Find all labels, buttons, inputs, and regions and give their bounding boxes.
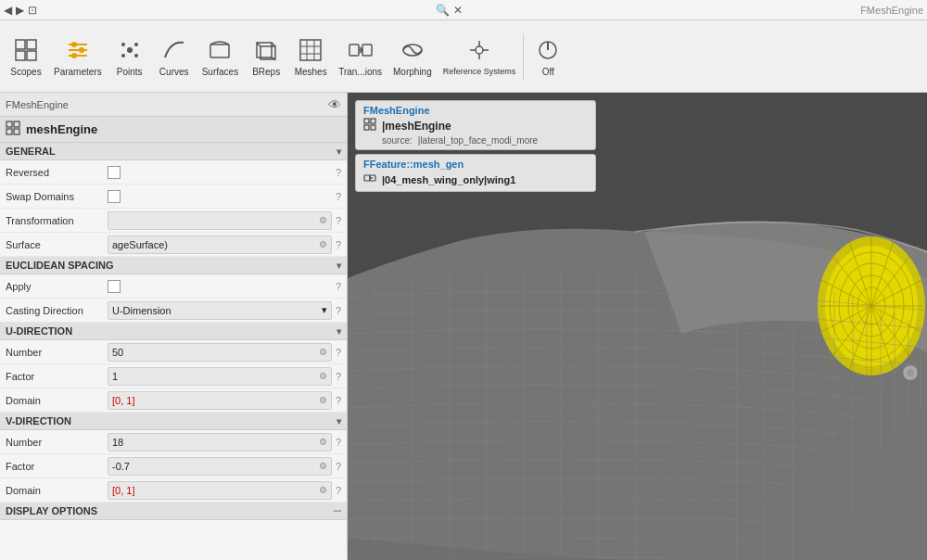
prop-transformation-value[interactable]: ⚙ [108,211,332,230]
toolbar-curves[interactable]: Curves [152,24,197,89]
transitions-label: Tran...ions [338,67,382,78]
toolbar-surfaces[interactable]: Surfaces [197,24,244,89]
search-icon[interactable]: 🔍 [436,4,450,17]
toolbar-points[interactable]: Points [108,24,152,89]
nav-forward-icon[interactable]: ▶ [16,4,24,17]
nav-back-icon[interactable]: ◀ [4,4,12,17]
apply-help[interactable]: ? [336,281,341,292]
u-factor-val: 1 [112,371,118,382]
grid-icon [6,121,20,138]
reversed-help[interactable]: ? [336,167,341,178]
toolbar-scopes[interactable]: Scopes [4,24,48,89]
toolbar-transitions[interactable]: Tran...ions [333,24,387,89]
morphing-label: Morphing [393,67,432,78]
prop-u-number-value[interactable]: 50 ⚙ [108,343,332,362]
section-euclidean[interactable]: EUCLIDEAN SPACING ▾ [0,257,347,274]
v-factor-input[interactable]: -0.7 ⚙ [108,457,332,476]
section-u-direction[interactable]: U-DIRECTION ▾ [0,323,347,340]
prop-casting-direction-value[interactable]: U-Dimension ▾ [108,301,332,320]
panel-title-bar: FMeshEngine [6,99,69,110]
prop-swap-domains-label: Swap Domains [6,191,108,202]
u-factor-help[interactable]: ? [336,371,341,382]
expand-icon[interactable]: ⊡ [28,4,37,17]
prop-v-factor-value[interactable]: -0.7 ⚙ [108,457,332,476]
left-panel: FMeshEngine 👁 meshEngine GENERAL ▾ Rever… [0,93,348,560]
feature-card-1-source-value: |lateral_top_face_modi_more [418,135,538,146]
scopes-icon [11,35,41,65]
u-number-val: 50 [112,347,123,358]
reference-systems-icon [464,35,494,65]
u-domain-help[interactable]: ? [336,395,341,406]
reversed-checkbox[interactable] [108,166,121,179]
points-label: Points [117,67,143,78]
v-domain-val: [0, 1] [112,485,134,496]
casting-direction-help[interactable]: ? [336,305,341,316]
surfaces-icon [205,35,235,65]
section-general[interactable]: GENERAL ▾ [0,143,347,160]
feature-grid-icon [363,118,376,134]
prop-v-number-value[interactable]: 18 ⚙ [108,433,332,452]
u-domain-val: [0, 1] [112,395,134,406]
u-number-icon: ⚙ [319,347,327,357]
svg-point-11 [121,43,125,46]
feature-card-1-title[interactable]: FMeshEngine [363,105,588,116]
toolbar-parameters[interactable]: Parameters [48,24,108,89]
swap-domains-help[interactable]: ? [336,191,341,202]
mesh-engine-row: meshEngine [0,117,347,143]
svg-rect-39 [6,129,12,134]
breps-icon [251,35,281,65]
section-v-direction[interactable]: V-DIRECTION ▾ [0,413,347,430]
casting-direction-value: U-Dimension [112,305,171,316]
prop-apply-value [108,280,332,293]
prop-reversed-label: Reversed [6,167,108,178]
svg-rect-1 [27,40,36,49]
surfaces-label: Surfaces [202,67,238,78]
svg-point-64 [907,369,914,376]
v-number-input[interactable]: 18 ⚙ [108,433,332,452]
toolbar-meshes[interactable]: Meshes [288,24,333,89]
casting-direction-dropdown[interactable]: U-Dimension ▾ [108,301,332,320]
breps-label: BReps [252,67,280,78]
toolbar-reference-systems[interactable]: Reference Systems [438,24,522,89]
prop-v-domain-value[interactable]: [0, 1] ⚙ [108,481,332,500]
svg-point-12 [134,43,138,46]
swap-domains-checkbox[interactable] [108,190,121,203]
prop-u-factor: Factor 1 ⚙ ? [0,364,347,388]
off-label: Off [542,67,554,78]
right-panel[interactable]: FMeshEngine |meshEngine source: |lateral… [348,93,927,560]
prop-u-domain-value[interactable]: [0, 1] ⚙ [108,391,332,410]
apply-checkbox[interactable] [108,280,121,293]
transitions-icon [346,35,375,65]
toolbar-breps[interactable]: BReps [244,24,288,89]
transformation-input[interactable]: ⚙ [108,211,332,230]
toolbar-off[interactable]: Off [526,24,570,89]
svg-rect-27 [362,45,372,56]
svg-rect-41 [364,119,369,123]
prop-reversed-value [108,166,332,179]
v-domain-input[interactable]: [0, 1] ⚙ [108,481,332,500]
v-factor-help[interactable]: ? [336,461,341,472]
casting-direction-chevron: ▾ [322,304,327,316]
prop-u-number-label: Number [6,347,108,358]
surface-input[interactable]: ageSurface) ⚙ [108,235,332,254]
svg-rect-3 [27,51,36,60]
u-factor-input[interactable]: 1 ⚙ [108,367,332,386]
surface-help[interactable]: ? [336,239,341,250]
section-display[interactable]: DISPLAY OPTIONS ··· [0,503,347,520]
svg-rect-45 [364,175,370,181]
close-icon[interactable]: ✕ [453,4,463,17]
prop-surface-value[interactable]: ageSurface) ⚙ [108,235,332,254]
parameters-icon [63,35,93,65]
u-number-help[interactable]: ? [336,347,341,358]
prop-u-factor-value[interactable]: 1 ⚙ [108,367,332,386]
feature-card-2-title[interactable]: FFeature::mesh_gen [363,159,588,170]
eye-button[interactable]: 👁 [328,97,341,112]
u-number-input[interactable]: 50 ⚙ [108,343,332,362]
v-domain-help[interactable]: ? [336,485,341,496]
feature-card-1: FMeshEngine |meshEngine source: |lateral… [355,100,596,150]
u-domain-input[interactable]: [0, 1] ⚙ [108,391,332,410]
v-number-help[interactable]: ? [336,437,341,448]
curves-icon [159,35,189,65]
transformation-help[interactable]: ? [336,215,341,226]
toolbar-morphing[interactable]: Morphing [387,24,438,89]
